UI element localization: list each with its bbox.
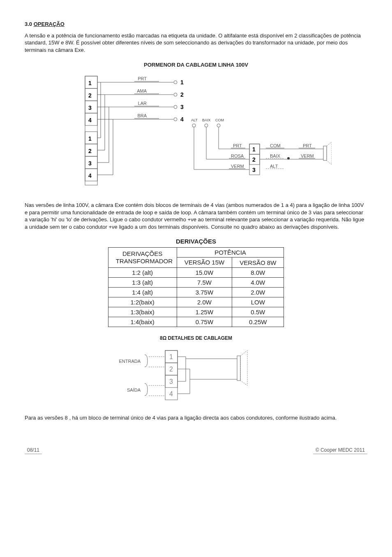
th-potencia: POTÊNCIA — [177, 248, 284, 258]
lbl-saida: SAÍDA — [127, 388, 141, 392]
tappings-table: DERIVAÇÕES TRANSFORMADOR POTÊNCIA VERSÃO… — [108, 247, 284, 327]
term-3b: 3 — [88, 160, 92, 167]
page-footer: 08/11 © Cooper MEDC 2011 — [25, 446, 367, 454]
th-deriva-text: DERIVAÇÕES TRANSFORMADOR — [116, 250, 169, 265]
wr-verm: VERM — [301, 153, 314, 158]
th-v8: VERSÃO 8W — [232, 258, 284, 268]
svg-rect-58 — [323, 146, 327, 160]
table-row: 1:3 (alt)7.5W4.0W — [108, 278, 284, 288]
pin-4: 4 — [180, 116, 184, 123]
svg-point-34 — [205, 124, 208, 127]
wr-alt: ALT — [270, 164, 278, 169]
paragraph-2: Nas versões de linha 100V, a câmara Exe … — [25, 202, 367, 230]
term-2b: 2 — [88, 148, 92, 154]
table-title: DERIVAÇÕES — [25, 238, 367, 245]
wire-mid-verm: VERM — [231, 164, 244, 169]
wr-prt: PRT — [303, 143, 312, 148]
term-4a: 4 — [88, 117, 92, 123]
wr-baix: BAIX — [270, 153, 281, 158]
wiring-diagram-8ohm: .l { stroke:#666; stroke-width:1; fill:n… — [118, 344, 274, 410]
term-1b: 1 — [88, 135, 92, 142]
th-deriva: DERIVAÇÕES TRANSFORMADOR — [108, 248, 177, 268]
svg-text:3: 3 — [169, 378, 173, 385]
paragraph-1: A tensão e a potência de funcionamento e… — [25, 32, 367, 54]
svg-text:1: 1 — [169, 353, 173, 360]
svg-rect-79 — [237, 356, 240, 381]
r3-2: 2 — [252, 156, 256, 163]
footer-left: 08/11 — [25, 446, 42, 454]
section-number: 3.0 — [25, 21, 32, 27]
pin-3: 3 — [180, 104, 184, 110]
wire-lar: LAR — [138, 101, 147, 106]
svg-point-30 — [174, 93, 177, 96]
lbl-baix: BAIX — [202, 118, 211, 122]
wiring-diagram-100v: .l { stroke:#333; stroke-width:1; fill:n… — [60, 72, 332, 191]
term-4b: 4 — [88, 172, 92, 179]
section-title: OPERAÇÃO — [34, 21, 65, 27]
table-row: 1:3(baix)1.25W0.5W — [108, 307, 284, 317]
lbl-com: COM — [215, 118, 224, 122]
lbl-entrada: ENTRADA — [119, 359, 141, 364]
term-2a: 2 — [88, 92, 92, 99]
th-v15: VERSÃO 15W — [177, 258, 232, 268]
paragraph-3: Para as versões 8 , há um bloco de termi… — [25, 414, 367, 422]
table-row: 1:2 (alt)15.0W8.0W — [108, 268, 284, 278]
svg-text:2: 2 — [169, 366, 173, 373]
r3-1: 1 — [252, 146, 256, 153]
pin-1: 1 — [180, 79, 184, 86]
wire-prt: PRT — [138, 76, 147, 81]
wire-bra: BRA — [137, 113, 147, 118]
lbl-alt: ALT — [191, 118, 198, 122]
table-row: 1:4 (alt)3.75W2.0W — [108, 288, 284, 297]
table-row: 1:2(baix)2.0WLOW — [108, 297, 284, 307]
wire-mid-rosa: ROSA — [231, 153, 244, 158]
pin-2: 2 — [180, 91, 184, 98]
svg-point-29 — [174, 81, 177, 84]
footer-right: © Cooper MEDC 2011 — [313, 446, 367, 454]
r3-3: 3 — [252, 167, 256, 173]
term-1a: 1 — [88, 80, 92, 86]
svg-point-35 — [217, 124, 220, 127]
svg-text:4: 4 — [169, 390, 173, 397]
svg-point-33 — [192, 124, 196, 127]
wr-com: COM — [270, 143, 281, 148]
section-header: 3.0 OPERAÇÃO — [25, 21, 367, 28]
diagram1-title: PORMENOR DA CABLAGEM LINHA 100V — [25, 62, 367, 68]
diagram2-title: 8Ω DETALHES DE CABLAGEM — [25, 335, 367, 341]
term-3a: 3 — [88, 104, 92, 111]
svg-point-32 — [174, 118, 177, 121]
wire-ama: AMA — [137, 88, 147, 93]
table-row: 1:4(baix)0.75W0.25W — [108, 317, 284, 327]
wire-mid-prt: PRT — [233, 143, 242, 148]
svg-point-31 — [174, 105, 177, 109]
